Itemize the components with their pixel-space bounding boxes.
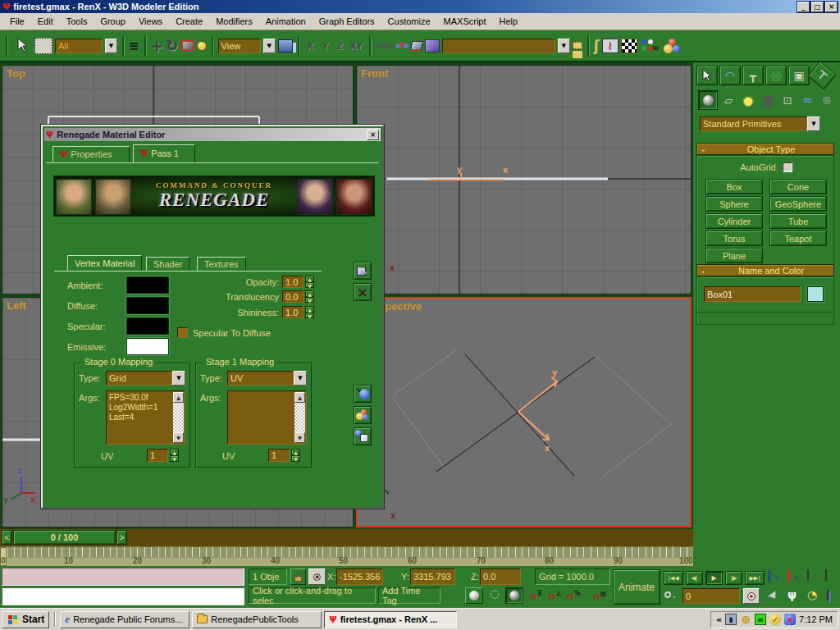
spinner-up-icon[interactable]: ▲ xyxy=(305,290,314,297)
ambient-swatch[interactable] xyxy=(126,276,169,294)
rect-select-icon[interactable] xyxy=(34,38,52,54)
axis-x-button[interactable]: X xyxy=(304,41,317,51)
close-icon[interactable]: × xyxy=(825,2,838,12)
shading-sphere-button[interactable] xyxy=(465,587,483,604)
tray-globe-icon[interactable]: ⊕ xyxy=(740,614,751,625)
spinner-up-icon[interactable]: ▲ xyxy=(305,276,314,282)
scroll-up-icon[interactable]: ▲ xyxy=(173,392,184,403)
specular-to-diffuse-checkbox[interactable] xyxy=(177,327,188,338)
spinner-down-icon[interactable]: ▼ xyxy=(305,313,314,319)
tab-pass-1[interactable]: Ψ Pass 1 xyxy=(133,144,195,162)
snap-toggle-icon[interactable] xyxy=(425,39,440,52)
transform-center-button[interactable] xyxy=(308,568,326,585)
stage0-uv-spinner[interactable]: ▲▼ xyxy=(170,449,179,462)
menu-edit[interactable]: Edit xyxy=(31,14,60,29)
snap-angle-button[interactable]: ∩∠ xyxy=(548,590,562,600)
menu-animation[interactable]: Animation xyxy=(259,14,313,29)
button-cylinder[interactable]: Cylinder xyxy=(705,213,763,229)
subtab-shader[interactable]: Shader xyxy=(146,257,189,271)
button-teapot[interactable]: Teapot xyxy=(769,231,827,246)
tray-network-icon[interactable]: ▮ xyxy=(725,614,737,625)
goto-end-button[interactable]: ▶▶| xyxy=(745,571,765,585)
menu-graph-editors[interactable]: Graph Editors xyxy=(313,14,381,29)
frame-back-button[interactable]: < xyxy=(2,530,12,545)
stage0-uv-field[interactable]: 1 xyxy=(147,449,168,462)
minmax-toggle-button[interactable] xyxy=(827,590,829,600)
rollout-name-color-header[interactable]: - Name and Color xyxy=(696,264,834,276)
stage1-type-dropdown[interactable]: UV xyxy=(227,371,294,386)
material-editor-icon[interactable] xyxy=(621,39,637,53)
snap-spinner-button[interactable]: ∩▦ xyxy=(592,590,606,600)
category-lights[interactable]: ● xyxy=(739,94,757,107)
stage1-type-arrow-icon[interactable]: ▼ xyxy=(294,371,307,386)
array-icon[interactable] xyxy=(395,42,409,50)
axis-z-button[interactable]: Z xyxy=(334,41,346,51)
spinner-down-icon[interactable]: ▼ xyxy=(170,455,179,462)
dialog-title-bar[interactable]: Ψ Renegade Material Editor × xyxy=(44,128,381,141)
scroll-up-icon[interactable]: ▲ xyxy=(294,392,305,403)
scroll-down-icon[interactable]: ▼ xyxy=(294,432,305,443)
specular-swatch[interactable] xyxy=(126,317,169,335)
opacity-spinner[interactable]: ▲▼ xyxy=(305,276,314,288)
button-torus[interactable]: Torus xyxy=(705,231,763,246)
key-mode-button[interactable] xyxy=(664,590,679,603)
spinner-down-icon[interactable]: ▼ xyxy=(305,282,314,289)
edit-named-selections-icon[interactable] xyxy=(573,42,582,49)
mirror-icon[interactable]: ◀|▶ xyxy=(376,40,393,51)
opacity-field[interactable]: 1.0 xyxy=(282,276,304,288)
subtab-textures[interactable]: Textures xyxy=(197,257,246,271)
menu-views[interactable]: Views xyxy=(132,14,169,29)
selection-filter-dropdown[interactable]: All xyxy=(55,39,103,53)
zoom-extents-button[interactable] xyxy=(807,570,809,580)
menu-tools[interactable]: Tools xyxy=(60,14,94,29)
viewport-perspective[interactable]: Perspective y x x xyxy=(356,297,692,527)
tab-display[interactable]: ▣ xyxy=(788,66,810,85)
menu-file[interactable]: File xyxy=(3,14,31,29)
tab-modify[interactable]: ◠ xyxy=(719,66,741,85)
category-spacewarps[interactable]: ≈ xyxy=(798,93,816,107)
spinner-up-icon[interactable]: ▲ xyxy=(291,449,300,455)
spinner-up-icon[interactable]: ▲ xyxy=(305,306,314,313)
named-selection-dropdown[interactable] xyxy=(442,39,555,53)
material-balls-button[interactable] xyxy=(354,406,372,424)
viewport-front[interactable]: Front y x x xyxy=(356,65,692,294)
edged-faces-button[interactable] xyxy=(505,587,523,604)
stage0-type-dropdown[interactable]: Grid xyxy=(106,371,172,386)
time-config-button[interactable] xyxy=(743,588,760,604)
menu-modifiers[interactable]: Modifiers xyxy=(209,14,259,29)
assign-to-selection-button[interactable] xyxy=(354,427,372,445)
button-geosphere[interactable]: GeoSphere xyxy=(769,196,827,212)
zoom-all-button[interactable] xyxy=(788,571,791,581)
diffuse-swatch[interactable] xyxy=(126,297,169,314)
stage1-uv-field[interactable]: 1 xyxy=(268,449,290,462)
tray-error-icon[interactable]: × xyxy=(784,614,796,625)
render-icon[interactable] xyxy=(662,39,683,53)
spinner-up-icon[interactable]: ▲ xyxy=(170,449,179,455)
track-bar[interactable]: 0 10 20 30 40 50 60 70 80 90 100 xyxy=(0,546,693,566)
scroll-down-icon[interactable]: ▼ xyxy=(173,432,184,443)
shininess-spinner[interactable]: ▲▼ xyxy=(305,306,314,318)
tab-create[interactable] xyxy=(696,66,718,85)
tray-update-icon[interactable]: ✓ xyxy=(769,614,781,625)
select-object-icon[interactable] xyxy=(12,38,32,54)
add-time-tag-button[interactable]: Add Time Tag xyxy=(378,587,441,604)
dialog-close-icon[interactable]: × xyxy=(367,130,379,140)
subtab-vertex-material[interactable]: Vertex Material xyxy=(67,255,142,271)
button-tube[interactable]: Tube xyxy=(769,213,827,229)
x-coord-field[interactable]: -1525.356 xyxy=(336,568,383,585)
primitives-dropdown-arrow-icon[interactable]: ▼ xyxy=(807,116,820,131)
goto-start-button[interactable]: |◀◀ xyxy=(664,571,683,585)
select-by-name-icon[interactable]: ≡ xyxy=(129,39,139,53)
tray-signal-icon[interactable]: ≈ xyxy=(755,614,766,625)
stage0-args-scrollbar[interactable]: ▲▼ xyxy=(173,392,184,443)
object-color-swatch[interactable] xyxy=(807,286,824,302)
use-center-icon[interactable] xyxy=(278,39,293,52)
zoom-button[interactable] xyxy=(768,571,771,581)
fov-button[interactable]: ◀ xyxy=(768,588,775,601)
play-button[interactable]: ▶ xyxy=(705,571,723,585)
category-cameras[interactable]: ◙ xyxy=(759,94,777,107)
object-name-field[interactable]: Box01 xyxy=(704,286,801,302)
time-slider-button[interactable]: 0 / 100 xyxy=(13,530,116,545)
stage0-type-arrow-icon[interactable]: ▼ xyxy=(172,371,185,386)
stage1-uv-spinner[interactable]: ▲▼ xyxy=(291,449,300,462)
